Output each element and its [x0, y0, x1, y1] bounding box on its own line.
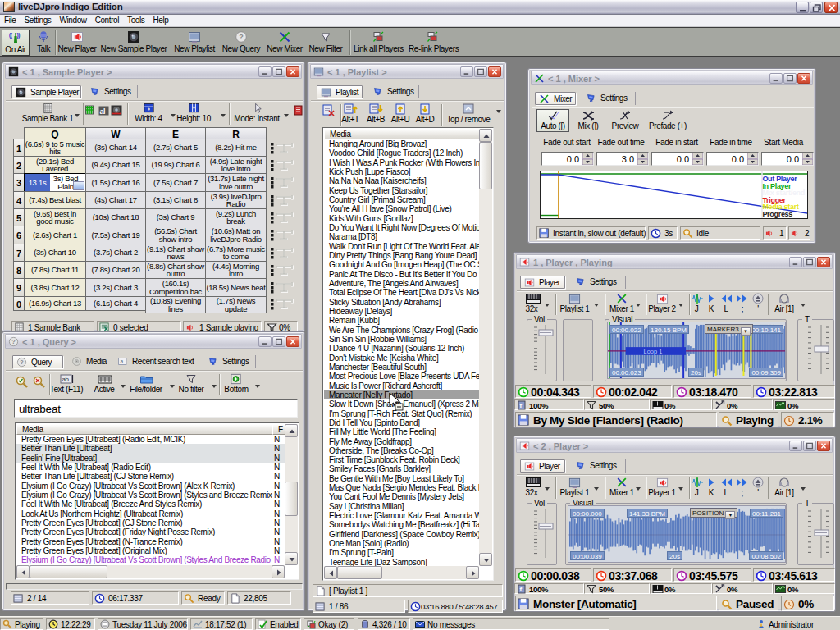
svg-text:ab: ab — [62, 376, 70, 383]
svg-text:al: al — [100, 107, 106, 116]
svg-text:((: (( — [9, 32, 13, 39]
svg-text:?: ? — [11, 338, 16, 345]
svg-text:Loop 1: Loop 1 — [644, 348, 663, 355]
svg-text:)): )) — [17, 32, 21, 39]
svg-text:?: ? — [239, 33, 243, 41]
